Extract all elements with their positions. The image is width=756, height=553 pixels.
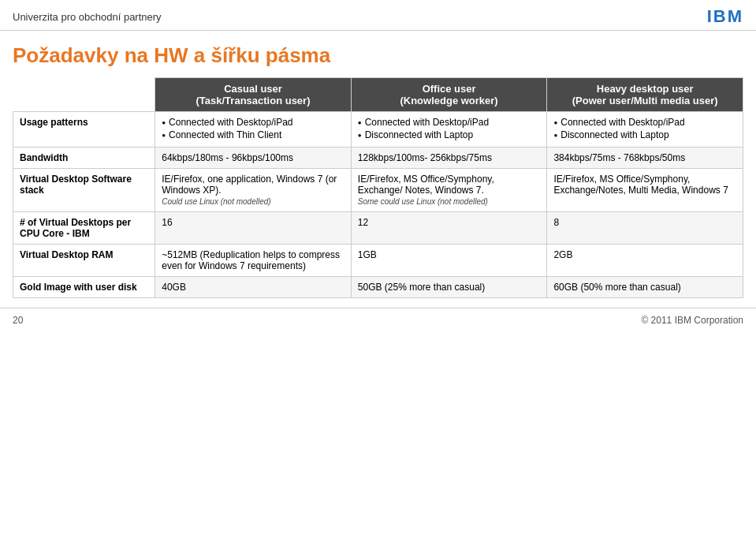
cell-software-casual: IE/Firefox, one application, Windows 7 (… xyxy=(155,169,352,212)
row-label-usage: Usage patterns xyxy=(13,112,155,148)
ibm-logo: IBM xyxy=(707,6,743,27)
cell-bandwidth-casual: 64kbps/180ms - 96kbps/100ms xyxy=(155,148,352,169)
cell-vdesktops-casual: 16 xyxy=(155,212,352,245)
cell-ram-heavy: 2GB xyxy=(547,245,743,277)
cell-vdesktops-office: 12 xyxy=(351,212,547,245)
page-title: Požadavky na HW a šířku pásma xyxy=(0,31,756,77)
top-bar: Univerzita pro obchodní partnery IBM xyxy=(0,0,756,31)
cell-usage-heavy: Connected with Desktop/iPad Disconnected… xyxy=(547,112,743,148)
row-label-software: Virtual Desktop Software stack xyxy=(13,169,155,212)
university-title: Univerzita pro obchodní partnery xyxy=(13,11,162,23)
cell-ram-casual: ~512MB (Reduplication helps to compress … xyxy=(155,245,352,277)
table-row: # of Virtual Desktops per CPU Core - IBM… xyxy=(13,212,743,245)
row-label-goldimage: Gold Image with user disk xyxy=(13,277,155,298)
row-label-bandwidth: Bandwidth xyxy=(13,148,155,169)
table-row: Usage patterns Connected with Desktop/iP… xyxy=(13,112,743,148)
cell-bandwidth-office: 128kbps/100ms- 256kbps/75ms xyxy=(351,148,547,169)
table-row: Bandwidth 64kbps/180ms - 96kbps/100ms 12… xyxy=(13,148,743,169)
header-heavy: Heavy desktop user (Power user/Multi med… xyxy=(547,78,743,112)
main-table: Casual user (Task/Transaction user) Offi… xyxy=(13,77,743,298)
cell-software-heavy: IE/Firefox, MS Office/Symphony, Exchange… xyxy=(547,169,743,212)
cell-software-office: IE/Firefox, MS Office/Symphony, Exchange… xyxy=(351,169,547,212)
page-number: 20 xyxy=(13,315,23,326)
cell-usage-casual: Connected with Desktop/iPad Connected wi… xyxy=(155,112,352,148)
table-row: Virtual Desktop RAM ~512MB (Reduplicatio… xyxy=(13,245,743,277)
table-row: Gold Image with user disk 40GB 50GB (25%… xyxy=(13,277,743,298)
header-empty xyxy=(13,78,155,112)
cell-bandwidth-heavy: 384kbps/75ms - 768kbps/50ms xyxy=(547,148,743,169)
cell-usage-office: Connected with Desktop/iPad Disconnected… xyxy=(351,112,547,148)
footer: 20 © 2011 IBM Corporation xyxy=(0,308,756,332)
header-office: Office user (Knowledge worker) xyxy=(351,78,547,112)
cell-ram-office: 1GB xyxy=(351,245,547,277)
row-label-ram: Virtual Desktop RAM xyxy=(13,245,155,277)
cell-goldimage-office: 50GB (25% more than casual) xyxy=(351,277,547,298)
cell-goldimage-heavy: 60GB (50% more than casual) xyxy=(547,277,743,298)
cell-goldimage-casual: 40GB xyxy=(155,277,352,298)
header-casual: Casual user (Task/Transaction user) xyxy=(155,78,352,112)
table-row: Virtual Desktop Software stack IE/Firefo… xyxy=(13,169,743,212)
row-label-vdesktops: # of Virtual Desktops per CPU Core - IBM xyxy=(13,212,155,245)
cell-vdesktops-heavy: 8 xyxy=(547,212,743,245)
copyright: © 2011 IBM Corporation xyxy=(641,315,743,326)
